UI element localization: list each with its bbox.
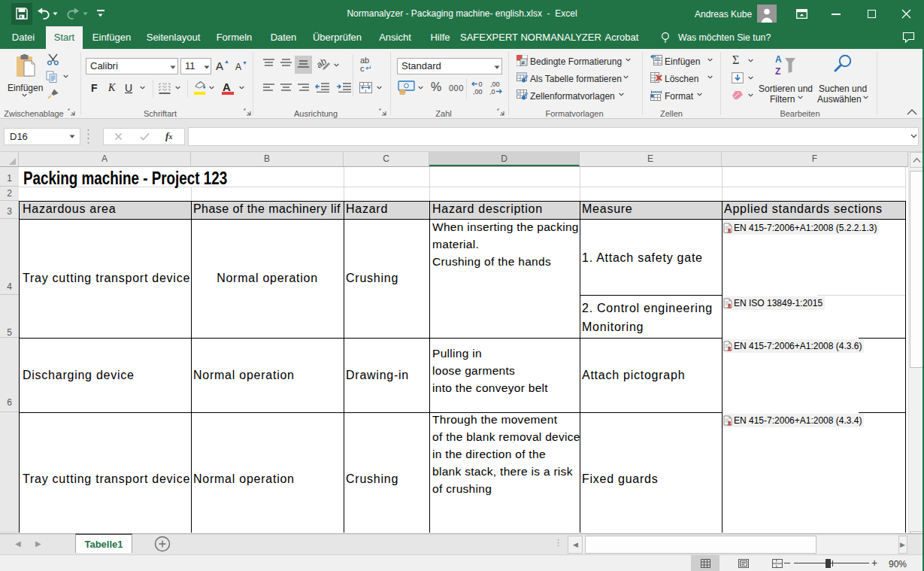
svg-text:,0: ,0 <box>489 88 495 96</box>
svg-text:≠: ≠ <box>522 59 526 66</box>
svg-text:0: 0 <box>479 80 483 88</box>
svg-text:,00: ,00 <box>473 88 483 96</box>
svg-text:,00: ,00 <box>490 80 500 88</box>
svg-text:ab: ab <box>317 57 329 71</box>
